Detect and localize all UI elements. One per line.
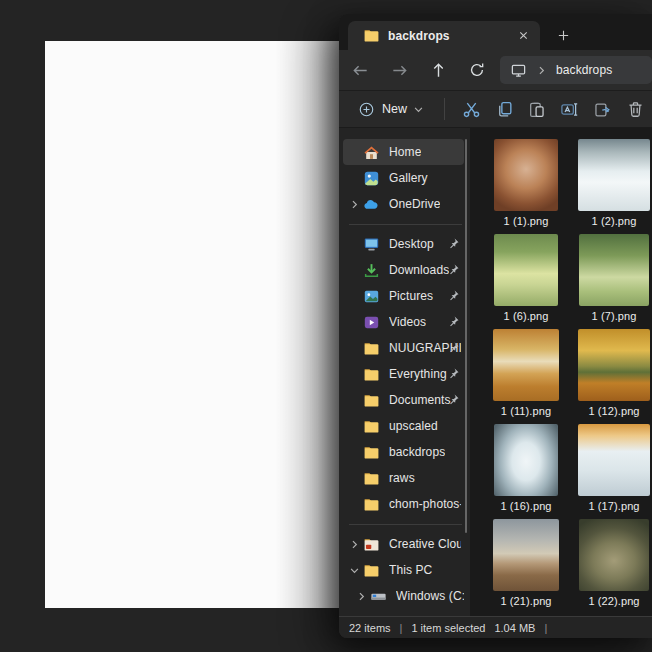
status-bar: 22 items | 1 item selected 1.04 MB | [339, 616, 652, 638]
pin-icon [447, 341, 460, 354]
sidebar-item-label: Windows (C:) [396, 589, 464, 603]
file-thumbnail [493, 329, 559, 401]
file-thumbnail [494, 139, 558, 211]
file-name: 1 (12).png [588, 405, 639, 417]
refresh-button[interactable] [465, 58, 489, 82]
file-name: 1 (11).png [501, 405, 551, 417]
pin-icon [447, 315, 460, 328]
navigation-bar: backdrops [339, 50, 652, 90]
sidebar-item-backdrops[interactable]: backdrops [343, 439, 464, 465]
folder-icon [363, 418, 380, 435]
sidebar-item-desktop[interactable]: Desktop [343, 231, 464, 257]
file-item[interactable]: 1 (22).png [570, 519, 652, 614]
sidebar-item-label: raws [389, 471, 415, 485]
folder-icon [363, 27, 380, 44]
sidebar-item-label: Creative Cloud Files [389, 537, 461, 551]
sidebar-item-home[interactable]: Home [343, 139, 464, 165]
sidebar-item-label: Desktop [389, 237, 434, 251]
file-item[interactable]: 1 (2).png [570, 139, 652, 234]
cut-button[interactable] [457, 94, 485, 124]
file-item[interactable]: 1 (17).png [570, 424, 652, 519]
sidebar-item-nuugraphics[interactable]: NUUGRAPHICS [343, 335, 464, 361]
pin-icon [447, 263, 460, 276]
file-item[interactable]: 1 (16).png [482, 424, 570, 519]
expand-chevron-icon[interactable] [347, 539, 361, 550]
breadcrumb[interactable]: backdrops [556, 63, 612, 77]
sidebar-item-this-pc[interactable]: This PC [343, 557, 464, 583]
folder-icon [363, 496, 380, 513]
tab-close-icon[interactable] [514, 27, 532, 45]
file-item[interactable]: 1 (12).png [570, 329, 652, 424]
share-button[interactable] [589, 94, 617, 124]
new-button[interactable]: New [350, 97, 432, 122]
sidebar-separator [349, 224, 462, 225]
sidebar-item-downloads[interactable]: Downloads [343, 257, 464, 283]
chevron-down-icon [413, 104, 424, 115]
status-separator: | [400, 622, 403, 634]
desktop-background: backdrops backdrops New [0, 0, 652, 652]
sidebar-item-label: OneDrive [389, 197, 440, 211]
sidebar-item-onedrive[interactable]: OneDrive [343, 191, 464, 217]
sidebar-item-raws[interactable]: raws [343, 465, 464, 491]
forward-button[interactable] [387, 58, 411, 82]
selection-size: 1.04 MB [494, 622, 535, 634]
sidebar-item-windows-c-[interactable]: Windows (C:) [350, 583, 464, 609]
address-bar[interactable]: backdrops [500, 56, 652, 84]
pin-icon [447, 289, 460, 302]
folder-icon [363, 562, 380, 579]
sidebar-item-videos[interactable]: Videos [343, 309, 464, 335]
toolbar-divider [444, 98, 445, 120]
tab-strip: backdrops [339, 14, 652, 50]
rename-button[interactable] [556, 94, 584, 124]
selection-count: 1 item selected [411, 622, 485, 634]
sidebar-item-documents[interactable]: Documents [343, 387, 464, 413]
sidebar-item-everything[interactable]: Everything [343, 361, 464, 387]
gallery-icon [363, 170, 380, 187]
delete-button[interactable] [622, 94, 650, 124]
file-thumbnail [578, 329, 650, 401]
new-button-label: New [382, 102, 407, 116]
chevron-right-icon [536, 65, 547, 76]
file-name: 1 (7).png [592, 310, 637, 322]
sidebar-item-label: Downloads [389, 263, 449, 277]
sidebar-item-label: chom-photos-and [389, 497, 461, 511]
file-grid: 1 (1).png 1 (2).png 1 (6).png 1 (7).png … [470, 128, 652, 616]
sidebar-item-chom-photos-and[interactable]: chom-photos-and [343, 491, 464, 517]
expand-chevron-icon[interactable] [354, 591, 368, 602]
sidebar-item-pictures[interactable]: Pictures [343, 283, 464, 309]
sidebar-item-label: backdrops [389, 445, 445, 459]
folder-icon [363, 366, 380, 383]
desktop-icon [363, 236, 380, 253]
file-name: 1 (6).png [504, 310, 549, 322]
onedrive-icon [363, 196, 380, 213]
file-item[interactable]: 1 (21).png [482, 519, 570, 614]
file-item[interactable]: 1 (7).png [570, 234, 652, 329]
explorer-tab[interactable]: backdrops [348, 21, 540, 50]
file-item[interactable]: 1 (11).png [482, 329, 570, 424]
sidebar-scrollbar[interactable] [465, 139, 467, 533]
sidebar-item-gallery[interactable]: Gallery [343, 165, 464, 191]
new-tab-button[interactable] [551, 24, 575, 46]
sidebar: Home Gallery OneDrive Desktop Downloads … [339, 128, 470, 616]
file-item[interactable]: 1 (6).png [482, 234, 570, 329]
pin-icon [447, 393, 460, 406]
sidebar-item-upscaled[interactable]: upscaled [343, 413, 464, 439]
up-button[interactable] [426, 58, 450, 82]
copy-button[interactable] [490, 94, 518, 124]
sidebar-item-creative-cloud-files[interactable]: Creative Cloud Files [343, 531, 464, 557]
file-thumbnail [579, 519, 649, 591]
expand-chevron-icon[interactable] [347, 199, 361, 210]
document-canvas [45, 41, 341, 608]
sidebar-item-label: This PC [389, 563, 432, 577]
expand-chevron-icon[interactable] [347, 565, 361, 576]
sidebar-item-label: Documents [389, 393, 451, 407]
folder-icon [363, 340, 380, 357]
paste-button[interactable] [523, 94, 551, 124]
file-thumbnail [494, 424, 558, 496]
file-item[interactable]: 1 (1).png [482, 139, 570, 234]
sidebar-item-label: upscaled [389, 419, 438, 433]
folder-icon [363, 392, 380, 409]
sidebar-item-label: Everything [389, 367, 447, 381]
back-button[interactable] [348, 58, 372, 82]
folder-icon [363, 470, 380, 487]
